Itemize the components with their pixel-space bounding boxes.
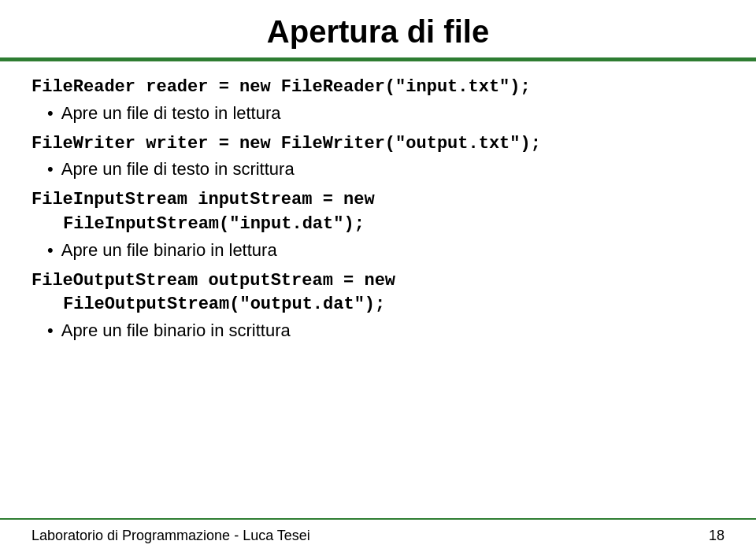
bullet-item-1: • Apre un file di testo in lettura bbox=[47, 102, 724, 126]
slide-container: Apertura di file FileReader reader = new… bbox=[0, 0, 756, 552]
block3: FileInputStream inputStream = new FileIn… bbox=[32, 188, 724, 264]
block1: FileReader reader = new FileReader("inpu… bbox=[32, 76, 724, 128]
bullet-dot-2: • bbox=[47, 157, 54, 182]
bullet-dot-1: • bbox=[47, 102, 54, 126]
footer-left-text: Laboratorio di Programmazione - Luca Tes… bbox=[32, 528, 310, 544]
bullet-item-2: • Apre un file di testo in scrittura bbox=[47, 157, 724, 182]
slide-title: Apertura di file bbox=[32, 14, 724, 50]
bullet-dot-3: • bbox=[47, 239, 54, 263]
block4: FileOutputStream outputStream = new File… bbox=[32, 269, 724, 345]
code-line-2: FileWriter writer = new FileWriter("outp… bbox=[32, 132, 724, 157]
title-area: Apertura di file bbox=[0, 0, 756, 57]
code-line-4a: FileOutputStream outputStream = new bbox=[32, 269, 724, 294]
top-divider bbox=[0, 57, 756, 61]
bullet-text-3: Apre un file binario in lettura bbox=[61, 239, 277, 263]
bullet-text-1: Apre un file di testo in lettura bbox=[61, 102, 281, 126]
code-line-1: FileReader reader = new FileReader("inpu… bbox=[32, 76, 724, 100]
content-area: FileReader reader = new FileReader("inpu… bbox=[0, 68, 756, 518]
footer-area: Laboratorio di Programmazione - Luca Tes… bbox=[0, 518, 756, 552]
bullet-dot-4: • bbox=[47, 319, 54, 343]
code-line-4b: FileOutputStream("output.dat"); bbox=[32, 293, 724, 317]
code-line-3a: FileInputStream inputStream = new bbox=[32, 188, 724, 213]
bullet-text-4: Apre un file binario in scrittura bbox=[61, 319, 291, 343]
bullet-item-4: • Apre un file binario in scrittura bbox=[47, 319, 724, 343]
block2: FileWriter writer = new FileWriter("outp… bbox=[32, 132, 724, 184]
code-line-3b: FileInputStream("input.dat"); bbox=[32, 213, 724, 237]
bullet-item-3: • Apre un file binario in lettura bbox=[47, 239, 724, 263]
bullet-text-2: Apre un file di testo in scrittura bbox=[61, 157, 295, 182]
footer-page-number: 18 bbox=[709, 528, 724, 544]
